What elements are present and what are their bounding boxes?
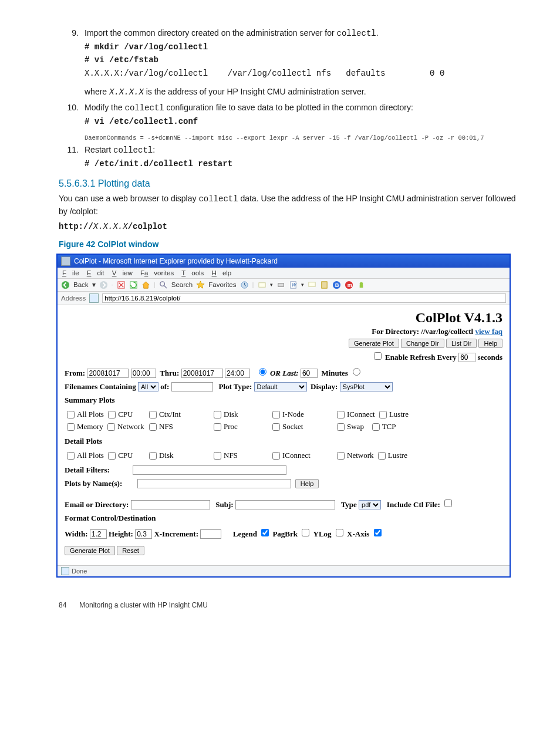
ie-address-bar: Address <box>58 292 510 305</box>
detail-lustre-checkbox[interactable] <box>378 452 386 460</box>
minutes-mode-radio[interactable] <box>353 368 360 376</box>
back-label[interactable]: Back <box>73 281 89 288</box>
summary-network-checkbox[interactable] <box>107 423 115 431</box>
svg-rect-18 <box>359 285 363 288</box>
display-select[interactable]: SysPlot <box>340 382 393 391</box>
enable-refresh-checkbox[interactable] <box>374 352 382 360</box>
discuss-icon[interactable] <box>308 281 316 289</box>
type-select[interactable]: pdf <box>359 500 381 509</box>
ie-status-icon <box>61 567 69 575</box>
ylog-label: YLog <box>313 529 332 538</box>
detail-nfs-checkbox[interactable] <box>214 452 221 460</box>
step-11-text-b: : <box>153 145 155 154</box>
edit-icon[interactable]: W <box>289 281 298 289</box>
step-10-text-a: Modify the <box>85 103 124 112</box>
thru-date-input[interactable] <box>181 369 223 378</box>
include-ctl-checkbox[interactable] <box>444 499 452 507</box>
generate-plot-button[interactable]: Generate Plot <box>349 339 399 348</box>
step-10-text-b: configuration file to save data to be pl… <box>164 103 413 112</box>
ylog-checkbox[interactable] <box>336 529 343 536</box>
menu-favorites[interactable]: Favorites <box>140 269 174 276</box>
or-last-input[interactable] <box>301 369 318 378</box>
forward-icon[interactable] <box>99 281 108 289</box>
print-icon[interactable] <box>276 281 285 289</box>
summary-disk-checkbox[interactable] <box>214 411 221 418</box>
edit-dropdown-icon[interactable]: ▾ <box>301 282 304 288</box>
messenger-icon[interactable] <box>357 281 366 289</box>
detail-filters-input[interactable] <box>133 465 286 475</box>
legend-checkbox[interactable] <box>261 529 269 536</box>
subj-input[interactable] <box>235 500 335 509</box>
email-input[interactable] <box>131 500 210 509</box>
xaxis-checkbox[interactable] <box>374 529 382 536</box>
refresh-icon[interactable] <box>129 281 138 289</box>
summary-lustre-checkbox[interactable] <box>379 411 387 418</box>
menu-help[interactable]: Help <box>212 269 232 276</box>
menu-view[interactable]: View <box>112 269 133 276</box>
detail-cpu-checkbox[interactable] <box>108 452 116 460</box>
detail-network-checkbox[interactable] <box>337 452 345 460</box>
svg-text:W: W <box>291 282 296 288</box>
view-faq-link[interactable]: view faq <box>475 327 502 336</box>
reset-button[interactable]: Reset <box>117 546 144 555</box>
from-date-input[interactable] <box>87 369 129 378</box>
summary-nfs-checkbox[interactable] <box>149 423 157 431</box>
svg-rect-12 <box>321 282 326 288</box>
summary-tcp-checkbox[interactable] <box>372 423 380 431</box>
menu-file[interactable]: File <box>62 269 79 276</box>
summary-memory-checkbox[interactable] <box>67 423 75 431</box>
summary-swap-checkbox[interactable] <box>337 423 345 431</box>
pagbrk-checkbox[interactable] <box>302 529 309 536</box>
plot-type-select[interactable]: Default <box>254 382 307 391</box>
summary-cpu-checkbox[interactable] <box>108 411 116 418</box>
detail-iconnect-checkbox[interactable] <box>272 452 280 460</box>
summary-ctxint-checkbox[interactable] <box>149 411 157 418</box>
mail-icon[interactable] <box>258 281 266 289</box>
detail-disk-checkbox[interactable] <box>149 452 157 460</box>
search-label[interactable]: Search <box>171 281 193 288</box>
step-9-code: collectl <box>337 29 376 38</box>
address-input[interactable] <box>102 293 506 303</box>
height-input[interactable] <box>135 529 152 539</box>
plots-help-button[interactable]: Help <box>295 479 319 488</box>
detail-allplots-checkbox[interactable] <box>67 452 75 460</box>
info-icon[interactable]: m <box>345 281 353 289</box>
from-time-input[interactable] <box>131 369 156 378</box>
stop-icon[interactable] <box>117 281 126 289</box>
change-dir-button[interactable]: Change Dir <box>401 339 444 348</box>
summary-allplots-checkbox[interactable] <box>67 411 75 418</box>
summary-inode-checkbox[interactable] <box>272 411 280 418</box>
summary-proc-checkbox[interactable] <box>214 423 221 431</box>
menu-tools[interactable]: Tools <box>181 269 204 276</box>
xincr-input[interactable] <box>200 529 221 539</box>
email-label: Email or Directory: <box>65 500 129 509</box>
menu-edit[interactable]: Edit <box>87 269 104 276</box>
home-icon[interactable] <box>141 281 150 289</box>
thru-time-input[interactable] <box>225 369 250 378</box>
plots-by-name-input[interactable] <box>137 479 291 488</box>
favorites-icon[interactable] <box>196 281 205 289</box>
help-button[interactable]: Help <box>478 339 502 348</box>
search-icon[interactable] <box>159 281 168 289</box>
summary-iconnect-checkbox[interactable] <box>337 411 345 418</box>
step-11-code: collectl <box>113 146 153 155</box>
colplot-title: ColPlot V4.1.3 <box>65 310 502 326</box>
filenames-of-input[interactable] <box>171 382 213 391</box>
list-dir-button[interactable]: List Dir <box>446 339 477 348</box>
back-icon[interactable] <box>61 281 70 289</box>
generate-plot-button-2[interactable]: Generate Plot <box>65 546 115 555</box>
history-icon[interactable] <box>240 281 249 289</box>
favorites-label[interactable]: Favorites <box>208 281 236 288</box>
filenames-containing-select[interactable]: All <box>138 382 158 391</box>
status-text: Done <box>72 568 87 575</box>
mail-dropdown-icon[interactable]: ▾ <box>270 282 273 288</box>
step-9-num: 9. <box>59 28 85 38</box>
footer-title: Monitoring a cluster with HP Insight CMU <box>79 601 208 609</box>
width-input[interactable] <box>90 529 107 539</box>
or-last-mode-radio[interactable] <box>259 368 266 376</box>
back-dropdown-icon[interactable]: ▾ <box>92 281 96 289</box>
research-icon[interactable] <box>320 281 329 289</box>
refresh-interval-input[interactable] <box>458 353 475 362</box>
summary-socket-checkbox[interactable] <box>272 423 280 431</box>
bluetooth-icon[interactable]: B <box>332 281 341 289</box>
